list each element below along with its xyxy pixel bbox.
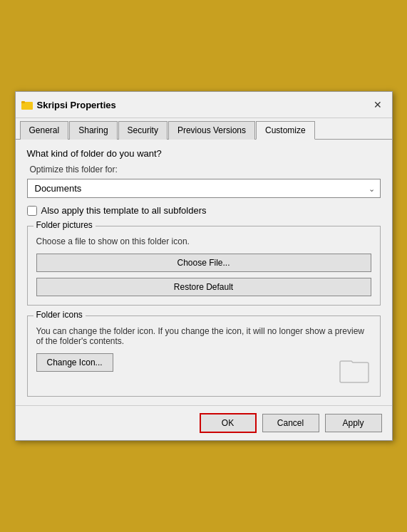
tab-previous-versions[interactable]: Previous Versions — [168, 121, 255, 140]
apply-button[interactable]: Apply — [325, 414, 382, 432]
dialog-title: Skripsi Properties — [37, 100, 365, 110]
section-title: What kind of folder do you want? — [27, 148, 381, 159]
folder-icons-title: Folder icons — [34, 310, 86, 320]
folder-icons-content: Change Icon... — [36, 353, 371, 387]
tab-sharing[interactable]: Sharing — [69, 121, 117, 140]
tab-general[interactable]: General — [20, 121, 69, 140]
folder-icon — [21, 99, 33, 110]
optimize-select-wrapper: Documents General Items Music Pictures V… — [27, 179, 381, 198]
folder-icons-desc: You can change the folder icon. If you c… — [36, 326, 371, 346]
folder-pictures-group: Folder pictures Choose a file to show on… — [27, 226, 381, 306]
folder-icons-group: Folder icons You can change the folder i… — [27, 315, 381, 397]
tab-customize[interactable]: Customize — [256, 121, 315, 140]
folder-preview-icon — [339, 357, 370, 384]
folder-pictures-buttons: Choose File... Restore Default — [36, 254, 371, 296]
cancel-button[interactable]: Cancel — [262, 414, 319, 432]
close-button[interactable]: ✕ — [369, 96, 386, 113]
folder-icon-preview — [337, 353, 371, 387]
dialog-window: Skripsi Properties ✕ General Sharing Sec… — [15, 91, 393, 441]
customize-content: What kind of folder do you want? Optimiz… — [16, 140, 392, 405]
dialog-footer: OK Cancel Apply — [16, 405, 392, 440]
tab-bar: General Sharing Security Previous Versio… — [16, 118, 392, 140]
ok-button[interactable]: OK — [200, 413, 257, 433]
optimize-label: Optimize this folder for: — [30, 165, 381, 174]
subfolder-checkbox[interactable] — [27, 206, 37, 216]
svg-rect-2 — [21, 101, 25, 103]
optimize-select[interactable]: Documents General Items Music Pictures V… — [27, 179, 381, 198]
subfolder-label[interactable]: Also apply this template to all subfolde… — [41, 205, 207, 216]
subfolder-checkbox-row: Also apply this template to all subfolde… — [27, 205, 381, 216]
change-icon-button[interactable]: Change Icon... — [36, 353, 113, 372]
folder-pictures-desc: Choose a file to show on this folder ico… — [36, 236, 371, 246]
title-bar: Skripsi Properties ✕ — [16, 92, 392, 118]
folder-pictures-title: Folder pictures — [34, 220, 96, 230]
restore-default-button[interactable]: Restore Default — [36, 278, 371, 296]
tab-security[interactable]: Security — [118, 121, 168, 140]
choose-file-button[interactable]: Choose File... — [36, 254, 371, 272]
